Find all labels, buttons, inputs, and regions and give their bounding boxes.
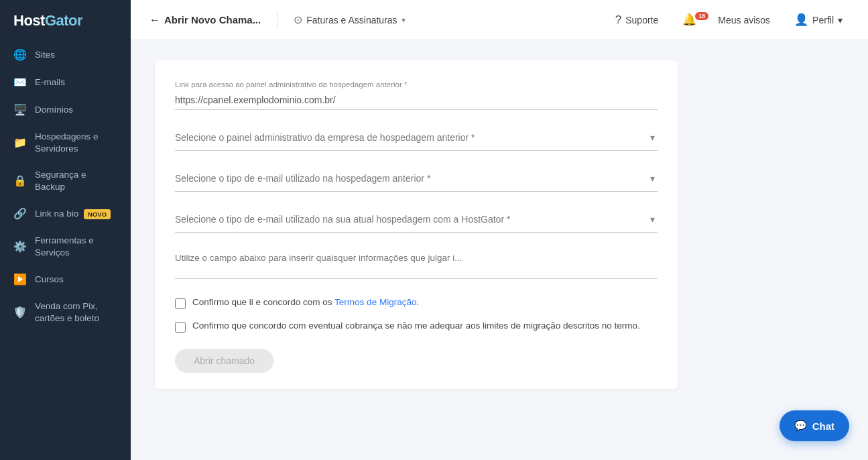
sidebar-item-sites[interactable]: 🌐 Sites [0, 42, 131, 68]
sidebar-item-label: Cursos [35, 274, 117, 286]
select-panel-dropdown[interactable]: Selecione o painel administrativo da emp… [175, 125, 658, 151]
sidebar-item-label: Ferramentas e Serviços [35, 235, 117, 258]
notes-group [175, 247, 658, 282]
sidebar-item-label: Sites [35, 49, 117, 61]
sidebar-item-label: Venda com Pix, cartões e boleto [35, 300, 117, 324]
notifications-badge: 18 [695, 12, 708, 20]
notifications-label: Meus avisos [718, 15, 770, 25]
link-bio-icon: 🔗 [13, 207, 27, 220]
notifications-button[interactable]: 🔔 18 Meus avisos [676, 9, 777, 31]
checkbox2-group: Confirmo que concordo com eventual cobra… [175, 320, 658, 333]
form-container: Link para acesso ao painel administrativ… [155, 60, 678, 389]
admin-link-label: Link para acesso ao painel administrativ… [175, 80, 658, 89]
profile-label: Perfil [812, 15, 834, 25]
sidebar-item-label: Link na bio NOVO [35, 208, 117, 220]
select-panel-chevron-icon: ▾ [650, 132, 655, 143]
seguranca-icon: 🔒 [13, 174, 27, 187]
submit-button[interactable]: Abrir chamado [175, 349, 273, 373]
sidebar-item-label: E-mails [35, 76, 117, 89]
dominios-icon: 🖥️ [13, 103, 27, 116]
sites-icon: 🌐 [13, 48, 27, 61]
ferramentas-icon: ⚙️ [13, 240, 27, 253]
hospedagens-icon: 📁 [13, 136, 27, 149]
bell-icon: 🔔 [682, 13, 696, 27]
topbar-separator [277, 12, 277, 28]
logo: HostGator [0, 0, 131, 39]
select-email-curr-label: Selecione o tipo de e-mail utilizado na … [175, 214, 510, 225]
profile-icon: 👤 [794, 13, 808, 27]
admin-link-input[interactable] [175, 91, 658, 110]
sidebar-item-link-bio[interactable]: 🔗 Link na bio NOVO [0, 200, 131, 227]
sidebar-item-label: Domínios [35, 104, 117, 116]
select-panel-label: Selecione o painel administrativo da emp… [175, 132, 475, 143]
select-email-prev-dropdown[interactable]: Selecione o tipo de e-mail utilizado na … [175, 166, 658, 192]
sidebar-item-label: Segurança e Backup [35, 169, 117, 192]
chat-label: Chat [812, 420, 834, 432]
select-email-prev-group: Selecione o tipo de e-mail utilizado na … [175, 166, 658, 192]
faturas-label: Faturas e Assinaturas [306, 15, 397, 25]
checkbox2-label: Confirmo que concordo com eventual cobra… [192, 320, 640, 333]
sidebar-item-label: Hospedagens e Servidores [35, 131, 117, 154]
select-email-curr-chevron-icon: ▾ [650, 214, 655, 225]
checkbox1-input[interactable] [175, 298, 186, 309]
page-title: Abrir Novo Chama... [164, 14, 261, 25]
select-panel-group: Selecione o painel administrativo da emp… [175, 125, 658, 151]
sidebar-nav: 🌐 Sites ✉️ E-mails 🖥️ Domínios 📁 Hospeda… [0, 39, 131, 333]
back-arrow-icon: ← [149, 14, 160, 26]
select-email-prev-label: Selecione o tipo de e-mail utilizado na … [175, 173, 430, 184]
sidebar-item-dominios[interactable]: 🖥️ Domínios [0, 97, 131, 123]
notes-textarea[interactable] [175, 247, 658, 279]
chevron-down-icon: ▾ [401, 15, 406, 25]
profile-button[interactable]: 👤 Perfil ▾ [788, 9, 849, 31]
select-email-curr-dropdown[interactable]: Selecione o tipo de e-mail utilizado na … [175, 207, 658, 233]
select-email-curr-group: Selecione o tipo de e-mail utilizado na … [175, 207, 658, 233]
admin-link-group: Link para acesso ao painel administrativ… [175, 80, 658, 110]
chat-button[interactable]: 💬 Chat [780, 410, 849, 441]
sidebar-item-cursos[interactable]: ▶️ Cursos [0, 266, 131, 292]
sidebar-item-emails[interactable]: ✉️ E-mails [0, 69, 131, 95]
support-label: Suporte [625, 15, 658, 25]
email-icon: ✉️ [13, 76, 27, 89]
support-button[interactable]: ? Suporte [609, 9, 666, 31]
checkbox2-input[interactable] [175, 322, 186, 333]
back-button[interactable]: ← Abrir Novo Chama... [149, 14, 261, 26]
termos-link[interactable]: Termos de Migração [334, 297, 416, 307]
novo-badge: NOVO [84, 209, 111, 219]
sidebar: HostGator 🌐 Sites ✉️ E-mails 🖥️ Domínios… [0, 0, 131, 460]
faturas-section[interactable]: ⊙ Faturas e Assinaturas ▾ [294, 13, 405, 26]
faturas-icon: ⊙ [294, 13, 302, 26]
topbar: ← Abrir Novo Chama... ⊙ Faturas e Assina… [131, 0, 868, 40]
cursos-icon: ▶️ [13, 273, 27, 286]
profile-chevron-icon: ▾ [838, 15, 843, 25]
checkbox1-group: Confirmo que li e concordo com os Termos… [175, 296, 658, 309]
sidebar-item-seguranca[interactable]: 🔒 Segurança e Backup [0, 162, 131, 199]
select-email-prev-chevron-icon: ▾ [650, 173, 655, 184]
sidebar-item-ferramentas[interactable]: ⚙️ Ferramentas e Serviços [0, 228, 131, 265]
content-area: Link para acesso ao painel administrativ… [131, 40, 868, 460]
sidebar-item-pix[interactable]: 🛡️ Venda com Pix, cartões e boleto [0, 294, 131, 331]
support-icon: ? [615, 13, 621, 27]
checkbox1-label: Confirmo que li e concordo com os Termos… [192, 296, 419, 309]
pix-icon: 🛡️ [13, 306, 27, 319]
sidebar-item-hospedagens[interactable]: 📁 Hospedagens e Servidores [0, 124, 131, 161]
chat-icon: 💬 [794, 420, 807, 432]
main-content: ← Abrir Novo Chama... ⊙ Faturas e Assina… [131, 0, 868, 460]
